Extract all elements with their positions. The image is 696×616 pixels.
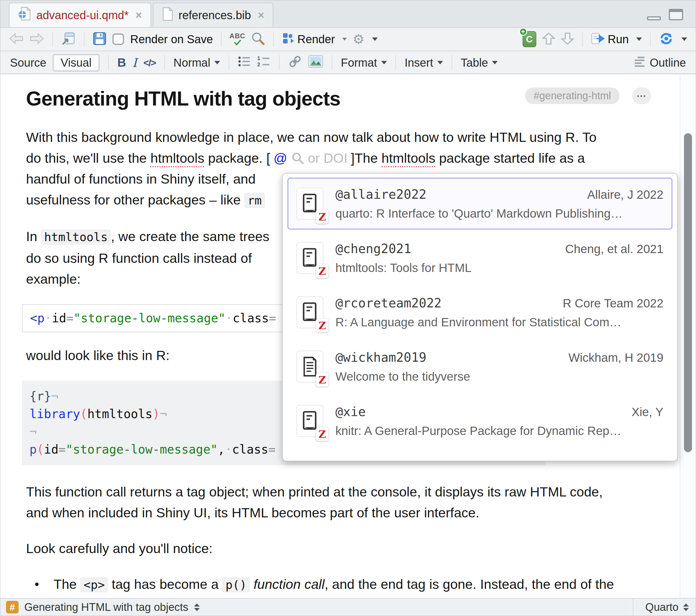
separator — [650, 32, 650, 47]
settings-dropdown-icon[interactable] — [372, 37, 378, 41]
close-icon[interactable]: × — [258, 9, 264, 21]
text-run: and when included in Shiny UI, its HTML … — [26, 505, 479, 520]
numbered-list-icon[interactable]: 12 — [257, 55, 270, 70]
code-token: ) — [153, 407, 160, 421]
inline-code: p() — [222, 578, 250, 592]
book-icon: Z — [297, 242, 324, 274]
render-on-save-checkbox[interactable] — [112, 33, 124, 45]
citation-title: htmltools: Tools for HTML — [335, 261, 663, 275]
citation-item[interactable]: Z@wickham2019Wickham, H 2019Welcome to t… — [287, 341, 673, 393]
text-run: handful of functions in Shiny itself, an… — [26, 171, 256, 187]
render-on-save-toggle[interactable]: Render on Save — [112, 33, 213, 46]
render-button[interactable]: Render — [282, 32, 335, 46]
updown-icon — [194, 603, 200, 611]
run-dropdown-icon[interactable] — [636, 37, 642, 41]
paragraph: Look carefully and you'll notice: — [26, 538, 680, 559]
text-run: With this background knowledge in place,… — [26, 130, 597, 145]
code-token: htmltools — [87, 407, 153, 421]
prev-chunk-icon[interactable] — [542, 31, 555, 47]
maximize-button[interactable] — [669, 9, 683, 20]
book-icon: Z — [297, 296, 324, 328]
insert-chunk-icon[interactable]: +C — [523, 31, 536, 47]
visual-mode-button[interactable]: Visual — [53, 54, 99, 71]
section-options-button[interactable]: ⋯ — [632, 87, 651, 104]
section-navigator[interactable]: # Generating HTML with tag objects — [0, 599, 633, 616]
space-dot-glyph: · — [225, 311, 233, 325]
rerun-icon[interactable] — [659, 32, 674, 47]
text-line: The <p> tag has become a p() function ca… — [53, 574, 614, 595]
outline-toggle[interactable]: Outline — [634, 56, 686, 70]
save-icon[interactable] — [92, 31, 107, 47]
render-dropdown-icon[interactable] — [342, 38, 347, 40]
popout-icon[interactable] — [61, 31, 76, 47]
forward-icon[interactable] — [30, 32, 44, 46]
citation-item[interactable]: Z@allaire2022Allaire, J 2022quarto: R In… — [287, 178, 673, 230]
code-token: id — [52, 311, 66, 325]
code-token: = — [268, 442, 275, 456]
citation-title: knitr: A General-Purpose Package for Dyn… — [335, 424, 663, 438]
text-run: , and the end tag is gone. Instead, the … — [325, 577, 614, 592]
table-menu[interactable]: Table — [461, 56, 498, 69]
separator — [279, 55, 280, 70]
list-item: • The <p> tag has become a p() function … — [35, 574, 680, 598]
citation-insert-widget[interactable]: [@or DOI] — [266, 148, 354, 168]
text-run: do this, we'll use the — [26, 150, 151, 166]
book-icon: Z — [297, 405, 324, 437]
citation-item[interactable]: Z@rcoreteam2022R Core Team 2022R: A Lang… — [287, 286, 673, 338]
citation-placeholder: or DOI — [308, 148, 347, 168]
minimize-button[interactable] — [647, 16, 661, 20]
format-menu[interactable]: Format — [341, 56, 387, 69]
text-line: do this, we'll use the htmltools package… — [26, 148, 680, 168]
code-token: = — [66, 311, 73, 325]
back-icon[interactable] — [9, 32, 24, 46]
next-chunk-icon[interactable] — [561, 31, 574, 47]
rstudio-source-window: advanced-ui.qmd* × references.bib × Rend… — [0, 0, 696, 616]
citation-item[interactable]: Z@cheng2021Cheng, et al. 2021htmltools: … — [287, 232, 673, 284]
text-run: tag has become a — [108, 577, 222, 592]
separator — [164, 55, 165, 70]
paragraph-style-dropdown[interactable]: Normal — [173, 56, 220, 69]
scrollbar-thumb[interactable] — [684, 133, 692, 452]
article-icon: Z — [297, 351, 324, 383]
vertical-scrollbar[interactable] — [680, 75, 696, 598]
updown-icon — [683, 603, 689, 611]
spellcheck-icon[interactable]: ABC — [230, 33, 245, 46]
inline-code: rm — [244, 193, 265, 208]
code-token: "storage-low-message" — [65, 442, 218, 456]
citation-popup-list: Z@allaire2022Allaire, J 2022quarto: R In… — [287, 178, 673, 447]
text-run — [250, 577, 254, 592]
source-mode-button[interactable]: Source — [10, 56, 46, 69]
citation-key: @rcoreteam2022 — [335, 296, 442, 310]
text-run: package. — [204, 150, 266, 166]
chevron-down-icon — [215, 61, 220, 64]
italic-button[interactable]: I — [132, 56, 137, 70]
editor-status-bar: # Generating HTML with tag objects Quart… — [0, 598, 696, 616]
gear-icon[interactable]: ⚙ — [352, 33, 364, 46]
code-token: ( — [37, 442, 44, 456]
search-icon[interactable] — [251, 31, 265, 47]
insert-menu[interactable]: Insert — [405, 56, 443, 69]
code-token: {r} — [30, 389, 51, 403]
text-line: This function call returns a tag object;… — [26, 481, 680, 502]
inline-code-button[interactable]: </> — [143, 57, 156, 68]
code-token: = — [58, 442, 65, 456]
rerun-dropdown-icon[interactable] — [681, 37, 687, 41]
bold-button[interactable]: B — [117, 56, 126, 69]
main-toolbar: Render on Save ABC Render ⚙ +C Run — [0, 28, 696, 51]
link-icon[interactable] — [288, 54, 302, 71]
run-label: Run — [608, 33, 629, 46]
text-run: The — [354, 150, 381, 166]
citation-author-year: Allaire, J 2022 — [587, 188, 663, 201]
bullet-list-icon[interactable] — [238, 55, 251, 70]
citation-item[interactable]: Z@xieXie, Yknitr: A General-Purpose Pack… — [287, 395, 673, 447]
format-mode-selector[interactable]: Quarto — [633, 599, 696, 616]
run-button[interactable]: Run — [591, 32, 629, 46]
italic-text: function call — [254, 577, 325, 592]
file-icon — [162, 7, 173, 23]
close-icon[interactable]: × — [136, 9, 142, 21]
zotero-badge-icon: Z — [316, 427, 329, 441]
separator — [229, 55, 229, 70]
tab-advanced-ui-qmd[interactable]: advanced-ui.qmd* × — [9, 3, 151, 27]
tab-references-bib[interactable]: references.bib × — [153, 3, 273, 27]
image-icon[interactable] — [308, 55, 323, 70]
